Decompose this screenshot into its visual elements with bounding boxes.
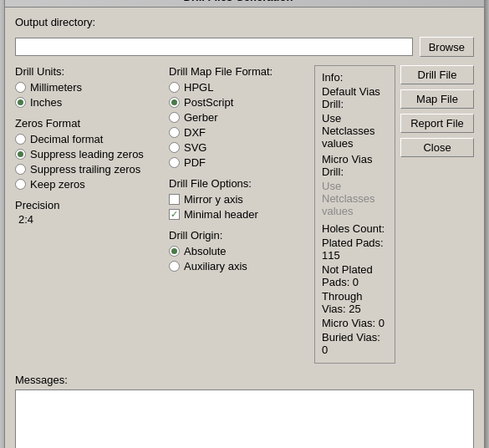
map-svg-row: SVG xyxy=(169,141,309,154)
through-vias: Through Vias: 25 xyxy=(322,290,388,315)
zeros-decimal-row: Decimal format xyxy=(15,133,164,145)
precision-section: Precision 2:4 xyxy=(15,199,164,226)
micro-vias-drill-value: Use Netclasses values xyxy=(322,180,388,217)
precision-label: Precision xyxy=(15,199,164,211)
messages-section: Messages: xyxy=(15,374,474,448)
default-vias-drill-label: Default Vias Drill: xyxy=(322,85,388,110)
drill-units-mm-label: Millimeters xyxy=(30,81,82,94)
zeros-suppress-trailing-radio[interactable] xyxy=(15,164,26,175)
zeros-suppress-trailing-row: Suppress trailing zeros xyxy=(15,163,164,176)
origin-absolute-row: Absolute xyxy=(169,245,309,257)
zeros-suppress-leading-row: Suppress leading zeros xyxy=(15,148,164,160)
zeros-suppress-leading-label: Suppress leading zeros xyxy=(30,148,144,160)
minimal-header-checkbox[interactable]: ✓ xyxy=(169,209,180,220)
map-postscript-label: PostScript xyxy=(184,96,233,109)
not-plated-pads: Not Plated Pads: 0 xyxy=(322,263,388,288)
zeros-keep-row: Keep zeros xyxy=(15,178,164,191)
minimal-header-label: Minimal header xyxy=(184,208,258,221)
map-hpgl-row: HPGL xyxy=(169,81,309,94)
titlebar: Drill Files Generation × xyxy=(5,0,484,8)
zeros-decimal-label: Decimal format xyxy=(30,133,103,145)
origin-absolute-label: Absolute xyxy=(184,245,227,257)
window-content: Output directory: Browse Drill Units: Mi… xyxy=(5,8,484,448)
precision-value: 2:4 xyxy=(15,213,164,226)
drill-units-mm-radio[interactable] xyxy=(15,82,26,93)
origin-auxiliary-radio[interactable] xyxy=(169,261,180,272)
right-column: Info: Default Vias Drill: Use Netclasses… xyxy=(314,65,395,370)
plated-pads: Plated Pads: 115 xyxy=(322,237,388,262)
map-postscript-row: PostScript xyxy=(169,96,309,109)
drill-units-mm-row: Millimeters xyxy=(15,81,164,94)
zeros-keep-label: Keep zeros xyxy=(30,178,85,191)
zeros-keep-radio[interactable] xyxy=(15,179,26,190)
default-vias-drill-value: Use Netclasses values xyxy=(322,112,388,150)
output-directory-input[interactable] xyxy=(15,38,413,56)
browse-button[interactable]: Browse xyxy=(420,37,474,57)
main-window: Drill Files Generation × Output director… xyxy=(4,0,485,448)
zeros-format-section: Zeros Format Decimal format Suppress lea… xyxy=(15,117,164,191)
buried-vias: Buried Vias: 0 xyxy=(322,331,388,356)
messages-label: Messages: xyxy=(15,374,474,386)
close-button[interactable]: Close xyxy=(400,138,474,157)
map-hpgl-label: HPGL xyxy=(184,81,213,94)
zeros-suppress-leading-radio[interactable] xyxy=(15,149,26,160)
drill-origin-section: Drill Origin: Absolute Auxiliary axis xyxy=(169,229,309,272)
drill-file-options-label: Drill File Options: xyxy=(169,177,309,190)
zeros-decimal-radio[interactable] xyxy=(15,134,26,145)
origin-absolute-radio[interactable] xyxy=(169,246,180,257)
map-gerber-radio[interactable] xyxy=(169,112,180,123)
map-pdf-radio[interactable] xyxy=(169,157,180,168)
map-svg-label: SVG xyxy=(184,141,206,154)
messages-textarea[interactable] xyxy=(15,389,474,448)
drill-map-format-section: Drill Map File Format: HPGL PostScript G… xyxy=(169,65,309,169)
micro-vias-drill-label: Micro Vias Drill: xyxy=(322,153,388,178)
micro-vias: Micro Vias: 0 xyxy=(322,317,388,329)
drill-file-button[interactable]: Drill File xyxy=(400,65,474,84)
main-columns: Drill Units: Millimeters Inches Zeros Fo… xyxy=(15,65,474,370)
window-title: Drill Files Generation xyxy=(12,0,465,3)
drill-units-inches-radio[interactable] xyxy=(15,97,26,108)
output-directory-label: Output directory: xyxy=(15,16,95,28)
map-hpgl-radio[interactable] xyxy=(169,82,180,93)
output-input-row: Browse xyxy=(15,37,474,57)
actions-column: Drill File Map File Report File Close xyxy=(400,65,474,370)
map-pdf-row: PDF xyxy=(169,156,309,169)
map-dxf-radio[interactable] xyxy=(169,127,180,138)
mirror-y-label: Mirror y axis xyxy=(184,193,243,206)
output-directory-row: Output directory: xyxy=(15,16,474,28)
info-section: Info: Default Vias Drill: Use Netclasses… xyxy=(314,65,395,364)
drill-units-inches-row: Inches xyxy=(15,96,164,109)
map-pdf-label: PDF xyxy=(184,156,206,169)
map-file-button[interactable]: Map File xyxy=(400,89,474,109)
zeros-format-label: Zeros Format xyxy=(15,117,164,130)
drill-units-section: Drill Units: Millimeters Inches xyxy=(15,65,164,109)
map-gerber-label: Gerber xyxy=(184,111,217,124)
report-file-button[interactable]: Report File xyxy=(400,114,474,133)
map-dxf-label: DXF xyxy=(184,126,206,139)
drill-units-inches-label: Inches xyxy=(30,96,62,109)
drill-map-format-label: Drill Map File Format: xyxy=(169,65,309,78)
origin-auxiliary-row: Auxiliary axis xyxy=(169,260,309,272)
left-column: Drill Units: Millimeters Inches Zeros Fo… xyxy=(15,65,164,370)
origin-auxiliary-label: Auxiliary axis xyxy=(184,260,247,272)
map-dxf-row: DXF xyxy=(169,126,309,139)
holes-count-label: Holes Count: xyxy=(322,222,388,235)
mirror-y-checkbox[interactable] xyxy=(169,194,180,205)
minimal-header-row: ✓ Minimal header xyxy=(169,208,309,221)
info-label: Info: xyxy=(322,71,388,84)
middle-column: Drill Map File Format: HPGL PostScript G… xyxy=(169,65,309,370)
drill-units-label: Drill Units: xyxy=(15,65,164,78)
drill-origin-label: Drill Origin: xyxy=(169,229,309,242)
zeros-suppress-trailing-label: Suppress trailing zeros xyxy=(30,163,140,176)
close-icon[interactable]: × xyxy=(465,0,477,3)
map-gerber-row: Gerber xyxy=(169,111,309,124)
drill-file-options-section: Drill File Options: Mirror y axis ✓ Mini… xyxy=(169,177,309,221)
mirror-y-row: Mirror y axis xyxy=(169,193,309,206)
map-svg-radio[interactable] xyxy=(169,142,180,153)
map-postscript-radio[interactable] xyxy=(169,97,180,108)
